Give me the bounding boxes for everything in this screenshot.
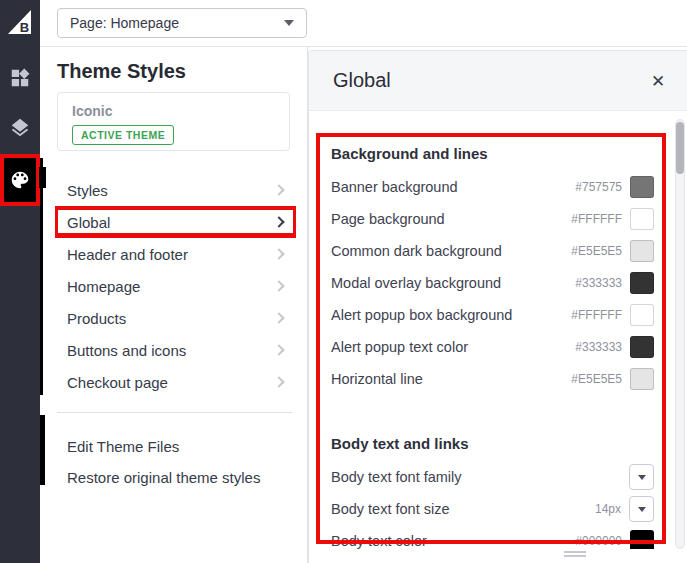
setting-label: Alert popup box background <box>331 307 571 323</box>
theme-editor-screen: B Page: Homepage Theme Styles Iconic ACT… <box>0 0 687 563</box>
settings-panel-body: Background and lines Banner background #… <box>309 111 687 549</box>
panel-title: Theme Styles <box>57 60 186 83</box>
resize-handle[interactable] <box>564 551 586 559</box>
settings-panel-header: Global ✕ <box>309 51 687 111</box>
scrollbar-thumb[interactable] <box>676 122 684 174</box>
restore-original-theme-styles-link[interactable]: Restore original theme styles <box>67 462 260 493</box>
topbar: Page: Homepage <box>40 0 687 47</box>
color-swatch[interactable] <box>630 336 654 358</box>
active-theme-badge: ACTIVE THEME <box>72 125 174 145</box>
setting-value: 14px <box>595 502 621 516</box>
widgets-icon[interactable] <box>0 58 40 98</box>
section-heading: Body text and links <box>331 433 654 455</box>
setting-hex-value: #FFFFFF <box>571 308 622 322</box>
chevron-down-icon <box>284 20 294 26</box>
setting-hex-value: #333333 <box>575 276 622 290</box>
global-settings-panel: Global ✕ Background and lines Banner bac… <box>308 50 687 563</box>
chevron-right-icon <box>273 376 284 387</box>
setting-row-body-text-font-size: Body text font size 14px <box>331 493 654 525</box>
setting-label: Page background <box>331 211 571 227</box>
menu-item-header-and-footer[interactable]: Header and footer <box>55 238 296 270</box>
page-selector-label: Page: Homepage <box>70 15 284 31</box>
setting-hex-value: #000000 <box>575 534 622 548</box>
bigcommerce-logo[interactable]: B <box>0 2 40 42</box>
dropdown-button[interactable] <box>629 496 654 522</box>
setting-hex-value: #757575 <box>575 180 622 194</box>
setting-label: Body text font family <box>331 469 621 485</box>
setting-row-body-text-font-family: Body text font family <box>331 461 654 493</box>
theme-styles-panel: Theme Styles Iconic ACTIVE THEME Styles … <box>40 47 308 563</box>
color-swatch[interactable] <box>630 530 654 549</box>
divider <box>57 412 292 413</box>
setting-label: Alert popup text color <box>331 339 575 355</box>
setting-row-body-text-color: Body text color #000000 <box>331 525 654 549</box>
menu-item-label: Products <box>67 310 275 327</box>
setting-row-alert-popup-box-background: Alert popup box background #FFFFFF <box>331 299 654 331</box>
dropdown-button[interactable] <box>629 464 654 490</box>
menu-item-homepage[interactable]: Homepage <box>55 270 296 302</box>
menu-item-label: Buttons and icons <box>67 342 275 359</box>
settings-panel-title: Global <box>333 69 391 92</box>
menu-item-label: Styles <box>67 182 275 199</box>
theme-name: Iconic <box>72 103 275 119</box>
layers-icon[interactable] <box>0 108 40 148</box>
palette-icon <box>9 169 31 191</box>
setting-label: Horizontal line <box>331 371 571 387</box>
setting-hex-value: #FFFFFF <box>571 212 622 226</box>
menu-item-styles[interactable]: Styles <box>55 174 296 206</box>
menu-item-label: Homepage <box>67 278 275 295</box>
setting-label: Common dark background <box>331 243 571 259</box>
setting-label: Modal overlay background <box>331 275 575 291</box>
theme-settings-menu: Styles Global Header and footer Homepage… <box>55 174 296 398</box>
setting-row-alert-popup-text-color: Alert popup text color #333333 <box>331 331 654 363</box>
edit-theme-files-link[interactable]: Edit Theme Files <box>67 431 260 462</box>
theme-styles-nav-active[interactable] <box>0 154 40 206</box>
app-sidebar: B <box>0 0 40 563</box>
logo-letter: B <box>20 20 29 35</box>
setting-row-horizontal-line: Horizontal line #E5E5E5 <box>331 363 654 395</box>
chevron-right-icon <box>273 216 284 227</box>
menu-item-label: Global <box>67 214 275 231</box>
theme-panel-footer-links: Edit Theme Files Restore original theme … <box>67 431 260 493</box>
chevron-right-icon <box>273 312 284 323</box>
page-selector-dropdown[interactable]: Page: Homepage <box>57 8 307 38</box>
setting-label: Body text color <box>331 533 575 549</box>
color-swatch[interactable] <box>630 272 654 294</box>
scrollbar-track[interactable] <box>675 119 685 549</box>
color-swatch[interactable] <box>630 368 654 390</box>
color-swatch[interactable] <box>630 304 654 326</box>
chevron-down-icon <box>638 507 646 512</box>
close-icon[interactable]: ✕ <box>644 67 672 95</box>
color-swatch[interactable] <box>630 208 654 230</box>
menu-item-global[interactable]: Global <box>55 206 296 238</box>
setting-label: Banner background <box>331 179 575 195</box>
section-heading: Background and lines <box>331 143 654 165</box>
setting-hex-value: #E5E5E5 <box>571 372 622 386</box>
menu-item-checkout-page[interactable]: Checkout page <box>55 366 296 398</box>
color-swatch[interactable] <box>630 240 654 262</box>
menu-item-products[interactable]: Products <box>55 302 296 334</box>
chevron-down-icon <box>638 475 646 480</box>
chevron-right-icon <box>273 280 284 291</box>
setting-hex-value: #E5E5E5 <box>571 244 622 258</box>
setting-row-page-background: Page background #FFFFFF <box>331 203 654 235</box>
menu-item-buttons-and-icons[interactable]: Buttons and icons <box>55 334 296 366</box>
chevron-right-icon <box>273 184 284 195</box>
active-theme-card: Iconic ACTIVE THEME <box>57 92 290 151</box>
setting-row-common-dark-background: Common dark background #E5E5E5 <box>331 235 654 267</box>
setting-row-banner-background: Banner background #757575 <box>331 171 654 203</box>
chevron-right-icon <box>273 248 284 259</box>
menu-item-label: Checkout page <box>67 374 275 391</box>
setting-hex-value: #333333 <box>575 340 622 354</box>
chevron-right-icon <box>273 344 284 355</box>
menu-item-label: Header and footer <box>67 246 275 263</box>
setting-row-modal-overlay-background: Modal overlay background #333333 <box>331 267 654 299</box>
color-swatch[interactable] <box>630 176 654 198</box>
setting-label: Body text font size <box>331 501 595 517</box>
